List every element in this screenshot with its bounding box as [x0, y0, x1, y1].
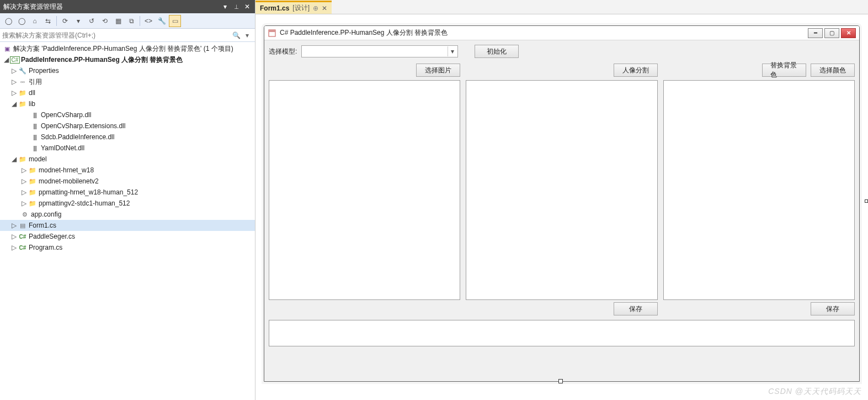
minimize-button[interactable]: ━ — [808, 28, 823, 38]
image-panel-3[interactable] — [663, 80, 855, 300]
folder-label: ppmattingv2-stdc1-human_512 — [38, 199, 130, 207]
select-image-button[interactable]: 选择图片 — [416, 64, 460, 77]
panel-menu-icon[interactable]: ▾ — [221, 2, 230, 11]
dll-folder-node[interactable]: ▷ 📁 dll — [0, 87, 255, 98]
winforms-window[interactable]: C# PaddleInference.PP-HumanSeg 人像分割 替换背景… — [264, 25, 860, 382]
references-node[interactable]: ▷ ▫▫ 引用 — [0, 76, 255, 87]
expander-icon[interactable]: ▷ — [20, 188, 28, 196]
search-dropdown-icon[interactable]: ▾ — [242, 31, 253, 39]
select-color-button[interactable]: 选择颜色 — [811, 64, 855, 77]
form-icon: ▤ — [18, 222, 28, 229]
tab-close-icon[interactable]: ✕ — [322, 4, 327, 12]
project-icon: C# — [10, 56, 20, 64]
file-node[interactable]: |||OpenCvSharp.dll — [0, 109, 255, 120]
image-panel-2[interactable] — [466, 80, 657, 300]
file-node[interactable]: |||YamlDotNet.dll — [0, 143, 255, 154]
search-icon[interactable]: 🔍 — [231, 31, 242, 39]
dll-icon: ||| — [30, 112, 40, 118]
file-label: Program.cs — [28, 244, 62, 251]
wrench-icon[interactable]: 🔧 — [156, 15, 168, 27]
panel-close-icon[interactable]: ✕ — [243, 2, 252, 11]
properties-icon[interactable]: ▭ — [169, 15, 181, 27]
file-node[interactable]: ▷C#PaddleSeger.cs — [0, 231, 255, 242]
file-node[interactable]: ▷C#Program.cs — [0, 242, 255, 253]
references-label: 引用 — [28, 77, 42, 87]
lib-folder-label: lib — [28, 100, 35, 108]
maximize-button[interactable]: ▢ — [824, 28, 839, 38]
image-panel-1[interactable] — [269, 80, 460, 300]
explorer-toolbar: ◯ ◯ ⌂ ⇆ ⟳ ▾ ↺ ⟲ ▦ ⧉ <> 🔧 ▭ — [0, 13, 255, 29]
search-input[interactable] — [2, 31, 231, 39]
designer-surface[interactable]: C# PaddleInference.PP-HumanSeg 人像分割 替换背景… — [255, 14, 868, 400]
save-button-2[interactable]: 保存 — [811, 302, 855, 315]
sync-icon[interactable]: ⇆ — [42, 15, 54, 27]
search-row: 🔍 ▾ — [0, 29, 255, 42]
forward-icon[interactable]: ◯ — [15, 15, 28, 27]
solution-explorer-panel: 解决方案资源管理器 ▾ ⟂ ✕ ◯ ◯ ⌂ ⇆ ⟳ ▾ ↺ ⟲ ▦ ⧉ <> 🔧… — [0, 0, 255, 400]
code-icon[interactable]: <> — [142, 15, 155, 27]
expander-icon[interactable]: ▷ — [10, 233, 18, 240]
panel-pin-icon[interactable]: ⟂ — [232, 2, 241, 11]
folder-icon: 📁 — [28, 200, 38, 207]
expander-icon[interactable]: ▷ — [10, 222, 18, 229]
human-seg-button[interactable]: 人像分割 — [614, 64, 658, 77]
file-node[interactable]: |||OpenCvSharp.Extensions.dll — [0, 120, 255, 131]
init-button[interactable]: 初始化 — [475, 45, 519, 58]
collapse-icon[interactable]: ⟳ — [59, 15, 71, 27]
project-node[interactable]: ◢ C# PaddleInference.PP-HumanSeg 人像分割 替换… — [0, 54, 255, 65]
resize-handle-icon[interactable] — [558, 379, 563, 383]
folder-node[interactable]: ▷📁ppmattingv2-stdc1-human_512 — [0, 198, 255, 209]
folder-icon: 📁 — [18, 101, 28, 108]
folder-node[interactable]: ▷📁modnet-hrnet_w18 — [0, 165, 255, 176]
home-icon[interactable]: ⌂ — [29, 15, 41, 27]
expander-icon[interactable]: ◢ — [2, 56, 10, 64]
expander-icon[interactable]: ▷ — [20, 177, 28, 185]
lib-folder-node[interactable]: ◢ 📁 lib — [0, 98, 255, 109]
expander-icon[interactable]: ▷ — [10, 89, 18, 97]
dropdown-icon[interactable]: ▾ — [72, 15, 84, 27]
undo-icon[interactable]: ↺ — [86, 15, 98, 27]
close-button[interactable]: ✕ — [841, 28, 856, 38]
expander-icon[interactable]: ▷ — [20, 166, 28, 174]
tab-name: Form1.cs — [260, 4, 289, 12]
replace-bg-button[interactable]: 替换背景色 — [762, 64, 806, 77]
expander-icon[interactable]: ▷ — [20, 199, 28, 207]
expander-icon[interactable]: ◢ — [10, 100, 18, 108]
folder-label: ppmatting-hrnet_w18-human_512 — [38, 188, 138, 196]
properties-node[interactable]: ▷ 🔧 Properties — [0, 65, 255, 76]
file-node[interactable]: |||Sdcb.PaddleInference.dll — [0, 131, 255, 143]
log-panel[interactable] — [269, 320, 855, 346]
back-icon[interactable]: ◯ — [2, 15, 14, 27]
select-model-label: 选择模型: — [269, 47, 297, 56]
save-button-1[interactable]: 保存 — [614, 302, 658, 315]
separator — [56, 16, 57, 26]
file-node-form1[interactable]: ▷▤Form1.cs — [0, 220, 255, 231]
folder-label: modnet-hrnet_w18 — [38, 166, 94, 174]
tab-pin-icon[interactable]: ⊕ — [313, 4, 318, 12]
tab-form1-design[interactable]: Form1.cs [设计] ⊕ ✕ — [255, 1, 332, 14]
expander-icon[interactable]: ▷ — [10, 244, 18, 251]
cs-icon: C# — [18, 245, 28, 251]
file-node[interactable]: ⚙app.config — [0, 209, 255, 220]
form-body: 选择模型: ▾ 初始化 选择图片 人像分割 保存 — [264, 40, 859, 381]
dll-icon: ||| — [30, 134, 40, 140]
model-folder-node[interactable]: ◢ 📁 model — [0, 154, 255, 165]
cs-icon: C# — [18, 234, 28, 240]
showall-icon[interactable]: ▦ — [112, 15, 124, 27]
folder-node[interactable]: ▷📁ppmatting-hrnet_w18-human_512 — [0, 187, 255, 198]
solution-node[interactable]: ▣ 解决方案 'PaddleInference.PP-HumanSeg 人像分割… — [0, 43, 255, 54]
resize-handle-icon[interactable] — [865, 199, 868, 203]
copy-icon[interactable]: ⧉ — [125, 15, 137, 27]
expander-icon[interactable]: ▷ — [10, 67, 18, 75]
model-combobox[interactable]: ▾ — [301, 45, 458, 57]
file-label: Sdcb.PaddleInference.dll — [40, 133, 114, 141]
folder-icon: 📁 — [18, 90, 28, 97]
folder-node[interactable]: ▷📁modnet-mobilenetv2 — [0, 176, 255, 187]
refresh-icon[interactable]: ⟲ — [99, 15, 111, 27]
column-2: 人像分割 保存 — [466, 64, 657, 315]
expander-icon[interactable]: ◢ — [10, 155, 18, 163]
folder-icon: 📁 — [18, 156, 28, 163]
form-icon — [268, 29, 276, 38]
expander-icon[interactable]: ▷ — [10, 78, 18, 86]
wrench-icon: 🔧 — [18, 67, 28, 75]
